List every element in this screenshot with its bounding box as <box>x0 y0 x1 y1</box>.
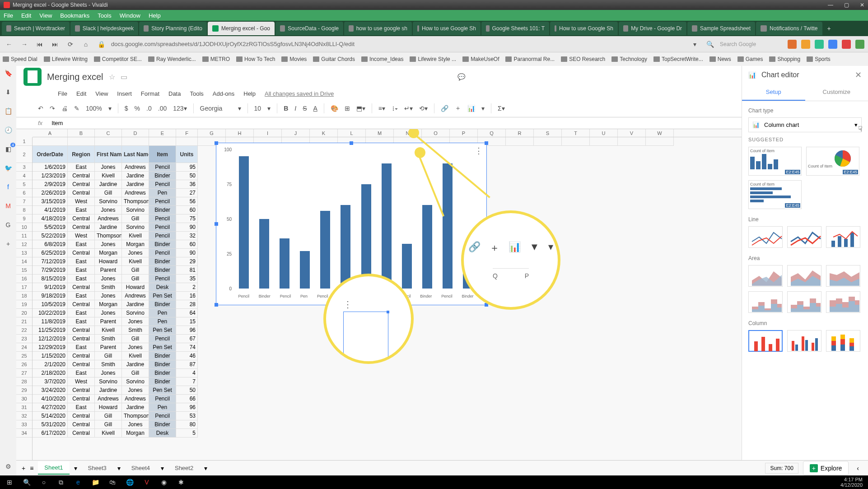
cell[interactable]: 56 <box>176 197 198 206</box>
browser-tab[interactable]: Sample Spreadsheet <box>687 22 755 35</box>
collapse-icon[interactable]: ‹ <box>853 465 863 472</box>
link-icon[interactable]: 🔗 <box>441 105 448 112</box>
col-header[interactable]: P <box>450 129 478 137</box>
cell[interactable]: Jones <box>122 343 149 352</box>
cell[interactable]: Gill <box>122 335 149 343</box>
cell[interactable]: East <box>68 292 95 300</box>
cell[interactable]: Desk <box>149 429 176 438</box>
chart-bar[interactable] <box>382 163 392 289</box>
cell[interactable]: Pen <box>149 309 176 317</box>
cell[interactable]: Pencil <box>149 163 176 172</box>
cell[interactable]: Central <box>68 172 95 180</box>
cell[interactable]: 95 <box>176 163 198 172</box>
area-chart-5[interactable] <box>787 291 821 313</box>
document-name[interactable]: Merging excel <box>47 72 103 82</box>
cell[interactable]: East <box>68 163 95 172</box>
cell[interactable]: 96 <box>176 326 198 335</box>
taskview-icon[interactable]: ⧉ <box>54 476 68 488</box>
cell[interactable]: Thompson <box>95 232 122 240</box>
line-chart-1[interactable] <box>748 226 783 248</box>
cell[interactable] <box>590 137 618 146</box>
sheets-logo-icon[interactable] <box>23 68 42 86</box>
cell[interactable]: Gill <box>122 369 149 377</box>
cell[interactable]: Howard <box>95 403 122 412</box>
cell[interactable]: Gill <box>95 189 122 197</box>
cell[interactable]: 3/15/2019 <box>33 197 68 206</box>
sheet-tab-4[interactable]: Sheet4 <box>125 462 156 474</box>
chart-bar[interactable] <box>422 205 432 289</box>
cell[interactable]: 64 <box>176 309 198 317</box>
rotate-icon[interactable]: ⟲▾ <box>419 105 428 112</box>
chart-bar[interactable] <box>259 219 269 289</box>
cell[interactable]: Smith <box>95 283 122 292</box>
row-header[interactable]: 31 <box>16 403 32 412</box>
bold-icon[interactable]: B <box>284 105 288 112</box>
chart-bar[interactable] <box>280 238 289 289</box>
fontsize-select[interactable]: 10 <box>254 105 261 112</box>
percent-icon[interactable]: % <box>135 105 140 112</box>
chart-bar[interactable] <box>341 205 350 289</box>
table-header[interactable]: Region <box>68 146 95 163</box>
chrome-icon[interactable]: ◉ <box>157 476 171 488</box>
bookmark-item[interactable]: Guitar Chords <box>313 56 355 62</box>
cell[interactable]: Andrews <box>122 189 149 197</box>
row-header[interactable]: 14 <box>16 257 32 266</box>
cell[interactable]: Jones <box>95 309 122 317</box>
cell[interactable]: Central <box>68 249 95 257</box>
notes-panel-icon[interactable]: 📋 <box>4 107 13 116</box>
cell[interactable]: Kivell <box>95 326 122 335</box>
cell[interactable]: 9/18/2019 <box>33 292 68 300</box>
cell[interactable]: 10/5/2019 <box>33 300 68 309</box>
row-header[interactable]: 17 <box>16 283 32 292</box>
cell[interactable]: 2 <box>176 283 198 292</box>
cell[interactable]: Desk <box>149 283 176 292</box>
fill-icon[interactable]: 🎨 <box>331 105 338 112</box>
cell[interactable]: Pencil <box>149 395 176 403</box>
cell[interactable]: 87 <box>176 360 198 369</box>
filter-icon[interactable]: ▾ <box>481 105 485 112</box>
cell[interactable]: 2/18/2020 <box>33 369 68 377</box>
cell[interactable]: Howard <box>122 283 149 292</box>
cell[interactable]: 90 <box>176 223 198 232</box>
row-header[interactable]: 12 <box>16 240 32 249</box>
cell[interactable]: Jardine <box>95 386 122 395</box>
resize-handle-icon[interactable] <box>215 141 218 145</box>
gmail-icon[interactable]: M <box>4 201 13 210</box>
col-header[interactable]: R <box>506 129 534 137</box>
cell[interactable]: Central <box>68 214 95 223</box>
bookmark-item[interactable]: Movies <box>281 56 307 62</box>
merge-icon[interactable]: ⬒▾ <box>356 105 365 112</box>
row-header[interactable]: 22 <box>16 326 32 335</box>
bookmark-item[interactable]: Technology <box>611 56 647 62</box>
area-chart-4[interactable] <box>748 291 783 313</box>
sheet-tab-3[interactable]: Sheet3 <box>82 462 113 474</box>
cell[interactable] <box>618 137 646 146</box>
wrap-icon[interactable]: ↵▾ <box>404 105 413 112</box>
extension-2-icon[interactable] <box>801 40 810 49</box>
cell[interactable] <box>562 137 590 146</box>
cell[interactable] <box>506 137 534 146</box>
back-icon[interactable]: ← <box>4 39 14 50</box>
row-header[interactable]: 10 <box>16 223 32 232</box>
cell[interactable]: 7/12/2019 <box>33 257 68 266</box>
app-menu-item[interactable]: Data <box>168 90 181 97</box>
cell[interactable]: 15 <box>176 317 198 326</box>
menu-item[interactable]: Edit <box>21 12 31 19</box>
cell[interactable]: Gill <box>122 275 149 283</box>
bookmark-item[interactable]: Lifewire Writng <box>44 56 88 62</box>
cell[interactable]: Central <box>68 386 95 395</box>
browser-tab[interactable]: How to use Google Sh <box>413 22 481 35</box>
cell[interactable]: Central <box>68 335 95 343</box>
col-header[interactable]: F <box>176 129 198 137</box>
cell[interactable]: West <box>68 377 95 386</box>
cell[interactable]: 90 <box>176 249 198 257</box>
app-icon[interactable]: ✱ <box>174 476 188 488</box>
row-header[interactable]: 33 <box>16 420 32 429</box>
cell[interactable]: Jones <box>122 249 149 257</box>
cell[interactable]: East <box>68 240 95 249</box>
zoom-select[interactable]: 100% <box>86 105 102 112</box>
cell[interactable]: 5 <box>176 429 198 438</box>
menu-item[interactable]: Help <box>149 12 161 19</box>
app-menu-item[interactable]: File <box>58 90 67 97</box>
row-header[interactable]: 4 <box>16 172 32 180</box>
